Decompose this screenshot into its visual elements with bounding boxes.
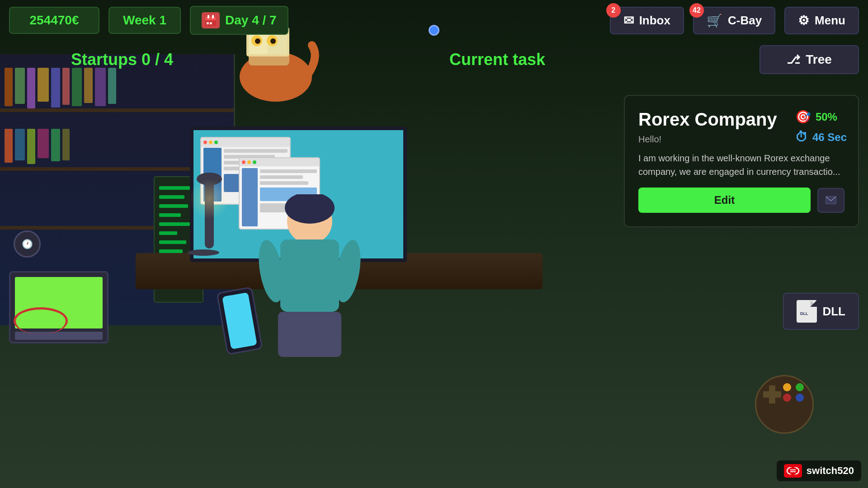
character: [253, 194, 366, 368]
desk-lamp: [199, 176, 219, 256]
win-close-dot: [242, 160, 245, 164]
tree-label: Tree: [806, 52, 832, 67]
book: [5, 129, 13, 163]
desk-laptop: [9, 271, 108, 343]
cbay-icon: 🛒: [707, 13, 722, 28]
day-value: Day 4 / 7: [225, 13, 277, 28]
tower-line: [159, 231, 177, 235]
time-icon: ⏱: [795, 130, 808, 145]
inbox-button[interactable]: 2 ✉ Inbox: [610, 7, 684, 34]
win-max-dot: [214, 141, 218, 144]
week-value: Week 1: [123, 13, 166, 27]
inbox-badge: 2: [606, 3, 621, 18]
content-line: [260, 175, 303, 179]
nintendo-logo: [784, 464, 802, 478]
svg-rect-30: [790, 471, 796, 472]
calendar-icon: [202, 12, 220, 28]
currency-display: 254470€: [9, 7, 99, 34]
hud-top-bar: 254470€ Week 1 Day 4 / 7 2 ✉ Inbox 42 🛒 …: [0, 0, 868, 41]
startups-display: Startups 0 / 4: [9, 50, 235, 69]
tower-line: [159, 249, 183, 253]
book: [51, 129, 60, 161]
tower-line: [159, 186, 192, 190]
edit-button[interactable]: Edit: [638, 188, 811, 213]
dll-icon: DLL: [797, 300, 817, 323]
menu-label: Menu: [815, 14, 845, 28]
tower-line: [159, 213, 181, 217]
svg-rect-19: [207, 22, 209, 24]
mail-button[interactable]: [817, 188, 844, 213]
nintendo-badge: switch520: [777, 460, 861, 481]
inbox-icon: ✉: [623, 13, 634, 28]
svg-rect-11: [280, 239, 339, 312]
content-line: [224, 149, 288, 153]
nintendo-label: switch520: [807, 465, 854, 477]
books-row-2: [5, 129, 70, 165]
win-min-dot: [247, 160, 251, 164]
cbay-button[interactable]: 42 🛒 C-Bay: [693, 7, 775, 34]
gamepad-btn-a: [796, 383, 804, 391]
gamepad: [755, 375, 814, 434]
startups-value: Startups 0 / 4: [71, 50, 173, 69]
svg-rect-28: [790, 468, 796, 474]
task-actions: Edit: [638, 188, 844, 213]
win-close-dot: [203, 141, 207, 144]
time-value: 46 Sec: [812, 131, 847, 144]
content-line: [260, 169, 317, 173]
tree-icon: ⎇: [787, 53, 800, 67]
svg-rect-29: [790, 469, 796, 470]
phone-screen: [222, 292, 257, 349]
gamepad-buttons: [783, 383, 806, 402]
gamepad-dpad: [763, 385, 781, 404]
hud-second-row: Startups 0 / 4 Current task ⎇ Tree: [0, 45, 868, 74]
dll-button[interactable]: DLL DLL: [783, 293, 859, 330]
time-stat: ⏱ 46 Sec: [795, 130, 847, 145]
progress-icon: 🎯: [795, 109, 811, 124]
gamepad-btn-x: [796, 394, 804, 402]
svg-rect-17: [208, 15, 209, 19]
menu-icon: ⚙: [798, 13, 809, 28]
tower-line: [159, 195, 184, 199]
day-display: Day 4 / 7: [190, 6, 288, 35]
headphones: [14, 307, 68, 334]
window-header-2: [240, 158, 319, 166]
tower-line: [159, 222, 190, 226]
current-task-display: Current task: [235, 50, 760, 69]
svg-rect-18: [212, 15, 214, 19]
win-max-dot: [253, 160, 256, 164]
progress-stat: 🎯 50%: [795, 109, 837, 124]
task-card: 🎯 50% ⏱ 46 Sec Rorex Company Hello! I am…: [624, 95, 859, 227]
inbox-label: Inbox: [639, 14, 670, 28]
svg-rect-20: [210, 22, 212, 24]
shelf-clock: 🕐: [14, 230, 41, 258]
svg-marker-23: [811, 300, 816, 306]
dpad-horizontal: [763, 391, 781, 398]
week-display: Week 1: [108, 7, 181, 34]
tree-button[interactable]: ⎇ Tree: [760, 45, 859, 74]
progress-value: 50%: [816, 111, 837, 123]
dll-label: DLL: [822, 305, 845, 319]
currency-value: 254470€: [29, 13, 79, 27]
book: [62, 129, 70, 160]
book: [38, 129, 49, 158]
book: [27, 129, 35, 164]
current-task-value: Current task: [449, 50, 545, 69]
task-description: I am working in the well-known Rorex exc…: [638, 151, 844, 178]
svg-text:DLL: DLL: [800, 311, 808, 316]
gamepad-btn-y: [783, 383, 791, 391]
gamepad-btn-b: [783, 394, 791, 402]
menu-button[interactable]: ⚙ Menu: [784, 7, 859, 34]
svg-rect-16: [205, 17, 216, 20]
svg-rect-14: [278, 312, 341, 357]
tower-line: [159, 204, 188, 208]
cbay-badge: 42: [689, 3, 704, 18]
task-stats: 🎯 50% ⏱ 46 Sec: [795, 109, 847, 145]
window-header: [201, 138, 290, 147]
book: [15, 129, 25, 160]
content-line: [260, 181, 308, 185]
tower-line: [159, 240, 186, 244]
cbay-label: C-Bay: [728, 14, 762, 28]
win-min-dot: [209, 141, 212, 144]
